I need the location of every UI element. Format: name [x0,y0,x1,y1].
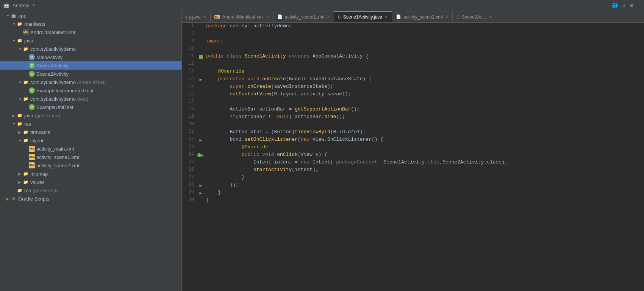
folder-icon: 📁 [23,79,29,85]
main-layout: ▼ 🤖 app ▼ 📁 manifests MF AndroidManifest… [0,11,644,291]
tab-label: Scene2Ac... [462,14,486,20]
tab-scene2ac[interactable]: C Scene2Ac... ✕ [453,11,496,22]
expand-arrow: ▶ [6,197,11,201]
arrows-icon[interactable]: ⇄ [622,2,625,9]
sidebar-item-mipmap[interactable]: ▶ 📁 mipmap [0,170,181,178]
sidebar-item-gradle[interactable]: ▶ ⚙ Gradle Scripts [0,195,181,203]
xml-file-icon: XML [29,146,35,152]
code-line-1: 1 package com.syl.activitydemo; [182,23,644,30]
sidebar-item-mainactivity[interactable]: C MainActivity [0,53,181,61]
code-line-18: 18 ActionBar actionBar = getSupportActio… [182,106,644,114]
manifest-icon: MF [23,29,29,35]
sidebar-item-com-syl[interactable]: ▼ 📁 com.syl.activitydemo [0,45,181,53]
line-content: } [205,189,644,197]
tab-androidmanifest[interactable]: MF AndroidManifest.xml ✕ [211,11,274,22]
line-content: }); [205,182,644,189]
sidebar-item-label: drawable [30,129,181,135]
code-line-30: 30 } [182,197,644,204]
line-number: 12 [182,61,197,68]
folder-icon: 📁 [23,96,29,102]
line-gutter [197,61,205,68]
line-gutter [197,83,205,91]
line-number: 25 [182,159,197,167]
manifest-tab-icon: MF [214,15,220,19]
sidebar-item-res-generated[interactable]: 📁 res (generated) [0,186,181,195]
code-line-2: 2 [182,30,644,38]
sidebar-item-layout[interactable]: ▼ 📁 layout [0,136,181,145]
tab-scene1activity-java[interactable]: C Scene1Activity.java ✕ [334,11,392,22]
line-gutter [197,174,205,182]
sidebar-item-activity-main[interactable]: XML activity_main.xml [0,145,181,153]
sidebar-item-java-generated[interactable]: ▶ 📁 java (generated) [0,111,181,120]
sidebar-item-label: ExampleUnitTest [36,104,181,110]
tab-y-java[interactable]: j y.java ✕ [182,11,211,22]
sidebar-item-manifests[interactable]: ▼ 📁 manifests [0,20,181,28]
sidebar-item-scene1activity[interactable]: C Scene1Activity [0,61,181,70]
sidebar-item-drawable[interactable]: ▶ 📁 drawable [0,128,181,136]
java-class-icon: C [29,87,35,93]
expand-arrow: ▼ [12,39,17,43]
xml-tab-icon: 📄 [396,14,401,19]
tab-close-button[interactable]: ✕ [327,14,330,19]
sidebar-item-label: ExampleInstrumentedTest [36,88,181,93]
tab-close-button[interactable]: ✕ [385,15,388,20]
sidebar-item-activity-scene1[interactable]: XML activity_scene1.xml [0,153,181,161]
sidebar-item-label: manifests [24,21,181,27]
sidebar-item-values[interactable]: ▶ 📁 values [0,178,181,186]
line-number: 2 [182,30,197,38]
line-gutter [197,68,205,76]
sidebar-item-com-syl-test[interactable]: ▼ 📁 com.syl.activitydemo (test) [0,95,181,103]
sidebar-item-example-unit[interactable]: C ExampleUnitTest [0,103,181,111]
sidebar-item-label: activity_scene2.xml [36,163,181,168]
java-class-icon: C [29,104,35,110]
expand-arrow: ▶ [18,180,23,184]
folder-icon: 📁 [23,171,29,177]
tab-activity-scene1-xml[interactable]: 📄 activity_scene1.xml ✕ [274,11,334,22]
folder-icon: 📁 [17,112,23,118]
code-line-28: 28 ▶ }); [182,182,644,189]
tab-close-button[interactable]: ✕ [203,14,206,19]
line-gutter: ▶ [197,182,205,189]
dropdown-arrow[interactable]: ▼ [33,3,35,8]
line-content: public void onClick(View v) { [205,151,644,159]
sidebar-item-androidmanifest[interactable]: MF AndroidManifest.xml [0,28,181,36]
tab-close-button[interactable]: ✕ [445,14,449,19]
sidebar-item-app[interactable]: ▼ 🤖 app [0,11,181,20]
sidebar-item-res[interactable]: ▼ 📁 res [0,120,181,128]
line-gutter [197,144,205,151]
code-line-3: 3 import ... [182,38,644,45]
expand-arrow: ▼ [12,122,17,126]
expand-arrow: ▼ [12,22,17,26]
line-number: 11 [182,53,197,61]
line-gutter [197,129,205,136]
folder-icon: 📁 [23,129,29,135]
sidebar-item-scene2activity[interactable]: C Scene2Activity [0,70,181,78]
sidebar-item-label: values [30,179,181,185]
sidebar-item-label: Scene2Activity [36,71,181,77]
xml-file-icon: XML [29,154,35,160]
expand-arrow: ▼ [18,80,23,84]
sidebar-item-com-syl-androidtest[interactable]: ▼ 📁 com.syl.activitydemo (androidTest) [0,78,181,86]
line-content [205,45,644,53]
line-content: ActionBar actionBar = getSupportActionBa… [205,106,644,114]
sidebar-item-activity-scene2[interactable]: XML activity_scene2.xml [0,161,181,170]
xml-file-icon: XML [29,162,35,168]
line-content [205,121,644,129]
line-content: protected void onCreate(Bundle savedInst… [205,76,644,83]
code-editor[interactable]: 1 package com.syl.activitydemo; 2 3 impo… [182,23,644,291]
sidebar-item-label: AndroidManifest.xml [30,30,181,35]
globe-icon[interactable]: 🌐 [611,2,618,9]
sidebar-item-example-instrumented[interactable]: C ExampleInstrumentedTest [0,86,181,95]
code-line-16: 16 setContentView(R.layout.activity_scen… [182,91,644,98]
sidebar-item-java[interactable]: ▼ 📁 java [0,36,181,45]
tab-close-button[interactable]: ✕ [266,14,269,19]
line-number: 22 [182,136,197,144]
tab-close-button[interactable]: ✕ [489,14,492,19]
gear-icon[interactable]: ⚙ [630,2,633,9]
sidebar-item-label: Gradle Scripts [18,196,181,202]
tab-activity-scene2-xml[interactable]: 📄 activity_scene2.xml ✕ [392,11,453,22]
minimize-icon[interactable]: — [638,3,641,9]
line-gutter [197,98,205,106]
line-gutter [197,53,205,61]
java-tab-icon: C [338,15,341,19]
